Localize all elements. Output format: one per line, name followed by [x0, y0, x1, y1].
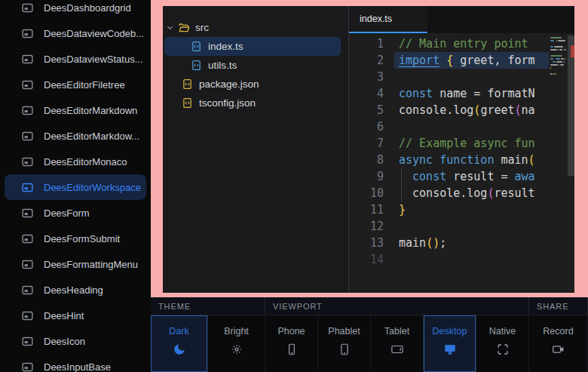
minimap-token [550, 40, 554, 42]
minimap-token [554, 58, 555, 60]
desktop-icon [443, 342, 458, 357]
story-icon [21, 78, 34, 91]
sidebar-item-label: DeesHeading [44, 284, 103, 296]
minimap-token [550, 49, 557, 51]
code-area[interactable]: 1234567891011121314 // Main entry pointi… [349, 33, 574, 293]
minimap-token [558, 49, 559, 51]
sidebar-item-deeseditormarkdow[interactable]: DeesEditorMarkdow... [0, 123, 151, 149]
tab-bar: index.ts [349, 6, 574, 33]
demo-stage-frame: srcindex.tsutils.tspackage.jsontsconfig.… [151, 0, 588, 297]
sidebar-item-label: DeesFormattingMenu [44, 259, 138, 270]
minimap-token [550, 67, 551, 69]
record-icon [551, 342, 566, 357]
code-token: const [399, 87, 433, 100]
code-content[interactable]: // Main entry pointimport { greet, formc… [394, 35, 549, 293]
tab-label: index.ts [360, 14, 392, 24]
minimap[interactable] [549, 35, 574, 293]
bright-button[interactable]: Bright [208, 315, 265, 372]
code-token: ( [528, 153, 535, 167]
code-token: console.log [399, 186, 487, 200]
sidebar-item-deeseditorworkspace[interactable]: DeesEditorWorkspace [5, 174, 146, 200]
button-label: Dark [169, 326, 188, 337]
tree-item-label: index.ts [207, 41, 243, 52]
sidebar-item-label: DeesEditorMarkdown [44, 105, 137, 116]
minimap-token [556, 40, 557, 42]
toolbar-section-label: SHARE [537, 302, 568, 311]
minimap-token [550, 61, 552, 63]
sidebar-item-deesdataviewstatus[interactable]: DeesDataviewStatus... [0, 46, 151, 72]
code-token: import [399, 54, 439, 67]
sidebar-item-deesdashboardgrid[interactable]: DeesDashboardgrid [0, 0, 151, 20]
toolbar-section-share: SHARE [529, 297, 588, 315]
code-token: awa [515, 170, 535, 183]
phablet-button[interactable]: Phablet [318, 315, 371, 372]
sidebar-item-label: DeesDataviewStatus... [44, 54, 143, 65]
native-button[interactable]: Native [476, 315, 529, 372]
sidebar-item-deesinputbase[interactable]: DeesInputBase [0, 354, 151, 372]
tree-item-package-json[interactable]: package.json [163, 75, 348, 94]
sidebar-item-deesform[interactable]: DeesForm [0, 200, 151, 226]
sidebar-item-deesformattingmenu[interactable]: DeesFormattingMenu [0, 251, 151, 277]
ts-file-icon [191, 41, 203, 53]
tree-item-utils-ts[interactable]: utils.ts [163, 56, 348, 75]
code-token [433, 153, 439, 167]
tablet-button[interactable]: Tablet [371, 315, 424, 372]
sidebar-item-deeshint[interactable]: DeesHint [0, 303, 151, 328]
code-line: const name = formatN [394, 85, 549, 102]
component-list: DeesDashboardgridDeesDataviewCodeb...Dee… [0, 0, 151, 372]
minimap-token [559, 49, 562, 51]
code-token: ; [439, 236, 446, 250]
minimap-token [560, 64, 564, 66]
toolbar-section-headers: THEMEVIEWPORTSHARE [151, 297, 588, 315]
sidebar-item-label: DeesFormSubmit [44, 233, 120, 244]
line-number: 6 [349, 118, 384, 135]
code-line: import { greet, form [394, 52, 549, 69]
record-button[interactable]: Record [529, 315, 588, 372]
sidebar-item-deeseditorfiletree[interactable]: DeesEditorFiletree [0, 72, 151, 97]
sidebar-item-deesicon[interactable]: DeesIcon [0, 328, 151, 354]
desktop-button[interactable]: Desktop [424, 315, 476, 372]
minimap-token [559, 64, 559, 66]
phone-icon [284, 342, 299, 357]
tree-item-src[interactable]: src [163, 18, 348, 37]
code-token: greet, form [453, 54, 534, 67]
file-tree: srcindex.tsutils.tspackage.jsontsconfig.… [163, 6, 348, 293]
code-line: main(); [394, 235, 549, 251]
minimap-line [550, 61, 567, 63]
line-number: 11 [349, 201, 384, 218]
minimap-token [556, 58, 560, 60]
minimap-line [550, 52, 567, 54]
sidebar-item-label: DeesDataviewCodeb... [44, 28, 144, 39]
story-icon [21, 361, 34, 372]
code-token: result = [446, 170, 514, 183]
tree-item-index-ts[interactable]: index.ts [164, 37, 341, 56]
minimap-line [550, 76, 567, 78]
minimap-token [565, 49, 566, 51]
code-line [394, 218, 549, 235]
tree-item-tsconfig-json[interactable]: tsconfig.json [163, 94, 348, 112]
native-icon [495, 342, 510, 357]
dark-button[interactable]: Dark [151, 315, 208, 372]
line-number: 9 [349, 168, 384, 185]
code-line [394, 69, 549, 85]
line-number: 14 [349, 251, 384, 268]
minimap-line [550, 67, 567, 69]
indent-guide [401, 185, 402, 201]
minimap-token [550, 37, 562, 38]
toolbar-section-label: VIEWPORT [273, 302, 323, 311]
minimap-token [554, 46, 563, 48]
phone-button[interactable]: Phone [265, 315, 318, 372]
code-line: async function main( [394, 152, 549, 168]
sidebar-item-deeseditormonaco[interactable]: DeesEditorMonaco [0, 149, 151, 174]
sidebar-item-label: DeesForm [44, 208, 90, 219]
button-label: Record [543, 326, 573, 337]
sidebar-item-deeseditormarkdown[interactable]: DeesEditorMarkdown [0, 97, 151, 123]
line-number: 1 [349, 35, 384, 52]
sidebar-item-deesformsubmit[interactable]: DeesFormSubmit [0, 226, 151, 251]
tab-index-ts[interactable]: index.ts [349, 6, 427, 33]
sidebar-item-deesdataviewcodeb[interactable]: DeesDataviewCodeb... [0, 20, 151, 46]
sidebar-item-deesheading[interactable]: DeesHeading [0, 277, 151, 303]
code-line [394, 118, 549, 135]
tree-item-label: utils.ts [207, 60, 237, 71]
button-label: Desktop [433, 326, 467, 337]
